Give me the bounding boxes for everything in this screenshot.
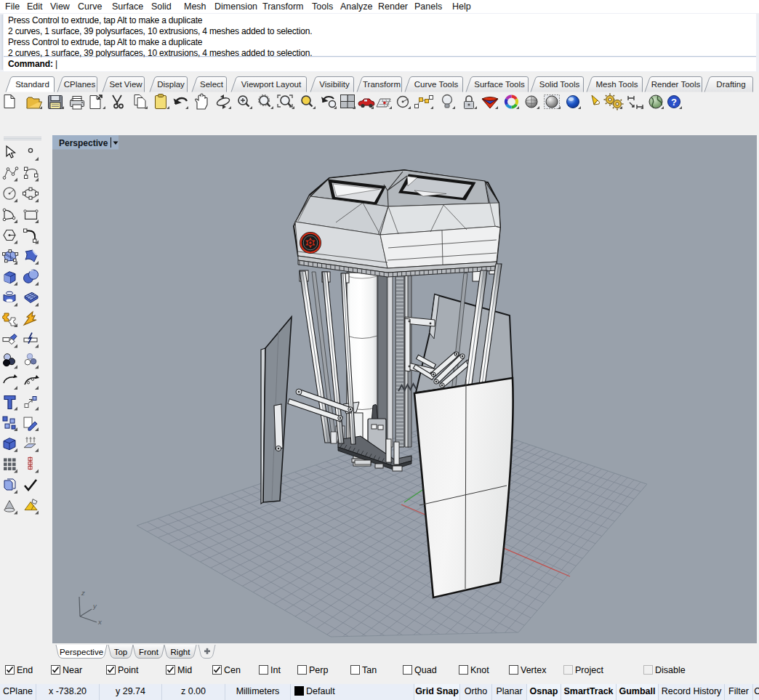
svg-text:Drafting: Drafting: [716, 80, 745, 89]
svg-text:Top: Top: [114, 648, 128, 656]
svg-text:Visibility: Visibility: [319, 80, 350, 89]
svg-text:Perspective: Perspective: [60, 648, 103, 656]
svg-text:CPlanes: CPlanes: [64, 80, 96, 89]
svg-text:Mesh Tools: Mesh Tools: [596, 80, 638, 89]
svg-text:?: ?: [671, 97, 677, 108]
svg-text:Solid Tools: Solid Tools: [539, 80, 580, 89]
svg-text:Right: Right: [171, 648, 191, 656]
svg-text:Curve Tools: Curve Tools: [414, 80, 459, 89]
svg-text:Transform: Transform: [363, 80, 401, 89]
svg-text:Select: Select: [200, 80, 224, 89]
svg-text:Viewport Layout: Viewport Layout: [241, 80, 302, 89]
svg-text:Standard: Standard: [15, 80, 49, 89]
svg-text:z: z: [81, 589, 85, 597]
svg-text:Display: Display: [157, 80, 185, 89]
svg-text:Surface Tools: Surface Tools: [474, 80, 525, 89]
svg-text:Perspective: Perspective: [59, 138, 108, 148]
svg-text:Set View: Set View: [109, 80, 142, 89]
svg-text:Front: Front: [139, 648, 159, 656]
svg-text:Render Tools: Render Tools: [651, 80, 701, 89]
